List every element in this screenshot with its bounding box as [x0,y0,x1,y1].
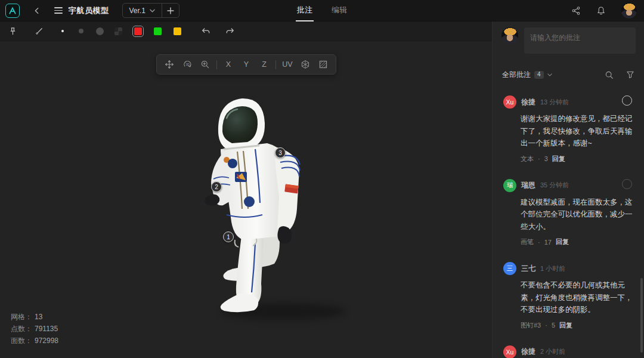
redo-button[interactable] [224,24,237,38]
reply-count: 5 [552,322,555,329]
astronaut-model [185,90,364,328]
share-icon [571,6,581,16]
panel-scrollbar[interactable] [640,278,643,353]
comment-input[interactable] [524,27,636,54]
current-user-avatar [501,27,518,44]
resolve-toggle[interactable] [622,179,632,189]
stat-label: 网格： [11,311,32,323]
share-button[interactable] [571,6,581,16]
annotation-pin-3[interactable]: 3 [275,147,286,158]
brush-size-small-button[interactable] [56,24,69,38]
topbar-actions [571,0,644,21]
commenter-avatar: Xu [503,95,516,109]
comment-time: 13 分钟前 [540,98,569,107]
custom-color-button[interactable] [112,24,125,38]
back-button[interactable] [33,7,41,15]
pin-tool-button[interactable] [6,24,19,38]
logo-a-icon [8,7,17,15]
annotation-pin-2[interactable]: 2 [211,181,222,192]
undo-icon [201,27,210,35]
uv-view-button[interactable]: UV [280,57,295,72]
redo-icon [225,27,235,35]
reply-button[interactable]: 回复 [552,155,565,163]
move-icon [165,60,174,69]
search-comments-button[interactable] [605,70,614,79]
comment-time: 35 分钟前 [540,181,569,190]
resolve-toggle[interactable] [622,95,632,106]
red-swatch [134,27,142,35]
pen-icon [35,27,44,36]
version-dropdown[interactable]: Ver.1 [123,4,162,17]
reply-count: 3 [544,155,548,162]
reply-button[interactable]: 回复 [556,237,569,246]
comment-type: 画笔 [521,237,534,246]
pan-tool-button[interactable] [162,57,177,72]
undo-button[interactable] [199,24,212,38]
document-title: 宇航员模型 [69,5,109,16]
color-green-button[interactable] [151,24,164,38]
zoom-tool-button[interactable] [197,57,213,72]
clip-section-button[interactable] [315,57,331,72]
chevron-down-icon [547,73,552,76]
medium-dot-icon [79,29,83,33]
commenter-name: 三七 [521,264,535,274]
annotation-pin-1[interactable]: 1 [223,232,234,242]
checker-swatch-icon [114,27,122,35]
wireframe-button[interactable] [298,57,313,72]
stat-value: 972998 [35,335,58,347]
stat-vertices: 点数： 791135 [11,323,58,335]
brush-size-large-button[interactable] [93,24,106,38]
comments-list: Xu 徐捷 13 分钟前 谢谢大家提的修改意见，都已经记下了，我尽快修改，争取后… [493,88,644,358]
app-logo[interactable] [5,4,20,18]
comment-item[interactable]: 三 三七 1 小时前 不要包含不必要的几何或其他元素，灯光角度也稍微再调整一下，… [493,255,644,338]
commenter-name: 徐捷 [521,347,535,357]
stat-label: 面数： [11,335,32,347]
stat-value: 13 [35,311,42,323]
comment-text: 不要包含不必要的几何或其他元素，灯光角度也稍微再调整一下，不要出现过多的阴影。 [521,279,635,316]
comments-panel: 全部批注 4 [492,21,644,358]
comment-item[interactable]: Xu 徐捷 2 小时前 大家好，宇航员的模型已输出第一个版本，还比较粗糙，大家初… [493,338,644,358]
commenter-name: 瑞恩 [521,180,535,190]
view-toolbar: 3D X Y Z UV [156,54,336,75]
version-control: Ver.1 [122,3,179,18]
toolbar-divider [275,60,276,69]
dot-separator: · [538,155,540,162]
tab-edit[interactable]: 编辑 [330,0,348,21]
comment-item[interactable]: Xu 徐捷 13 分钟前 谢谢大家提的修改意见，都已经记下了，我尽快修改，争取后… [493,88,644,172]
filter-dropdown[interactable]: 全部批注 4 [502,70,552,80]
viewport-3d-canvas[interactable]: 1 2 3 3D [0,41,492,358]
color-red-button[interactable] [131,24,144,38]
axis-y-button[interactable]: Y [239,57,254,72]
brush-size-medium-button[interactable] [75,24,88,38]
dot-separator: · [538,239,540,246]
svg-text:3D: 3D [185,63,190,66]
axis-x-button[interactable]: X [221,57,236,72]
user-avatar[interactable] [621,3,637,18]
comment-count-badge: 4 [534,71,544,79]
comment-type: 文本 [521,155,534,163]
axis-z-button[interactable]: Z [256,57,272,72]
zoom-in-icon [200,60,210,69]
stat-value: 791135 [35,323,58,335]
mode-tabs: 批注 编辑 [296,0,348,21]
search-icon [605,70,614,79]
menu-icon[interactable] [54,7,63,14]
comment-item[interactable]: 瑞 瑞恩 35 分钟前 建议模型减面，现在面数太多，这个部位完全可以优化面数，减… [493,172,644,255]
chevron-down-icon [150,9,155,13]
reply-button[interactable]: 回复 [559,321,572,330]
filter-comments-button[interactable] [626,70,634,79]
add-version-button[interactable] [162,4,179,17]
comment-time: 1 小时前 [540,264,565,273]
plus-icon [167,7,174,14]
annotation-toolbar [0,21,492,41]
color-yellow-button[interactable] [171,24,184,38]
comment-text: 建议模型减面，现在面数太多，这个部位完全可以优化面数，减少一些大小。 [521,196,635,233]
notifications-button[interactable] [596,6,606,16]
brush-tool-button[interactable] [32,24,45,38]
yellow-swatch [174,27,181,35]
small-dot-icon [61,30,64,32]
tab-annotate[interactable]: 批注 [296,0,314,21]
rotate-3d-button[interactable]: 3D [179,57,195,72]
toolbar-divider [216,60,217,69]
comments-filter-row: 全部批注 4 [502,68,634,81]
